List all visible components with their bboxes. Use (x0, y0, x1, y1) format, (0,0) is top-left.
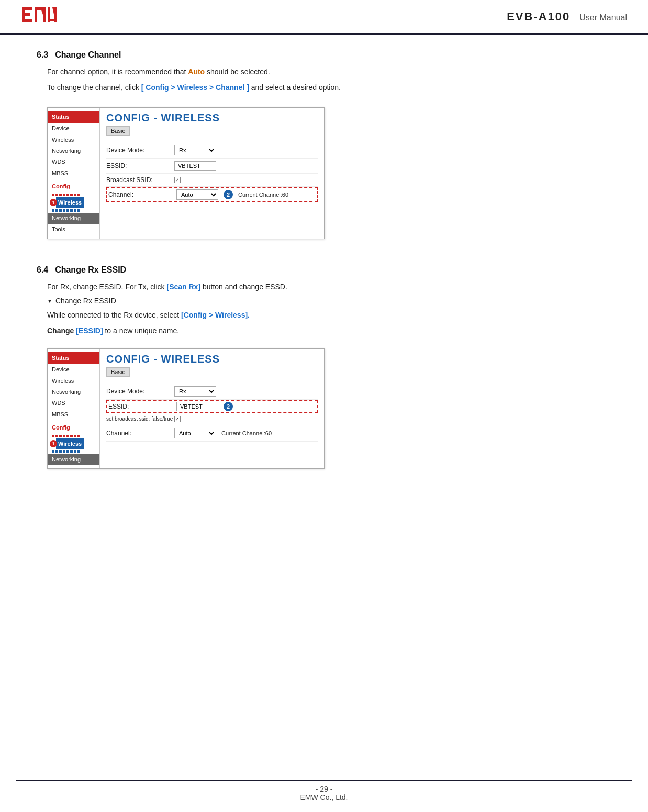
config-wireless-title-63: CONFIG - WIRELESS (106, 112, 318, 124)
sidebar-config: Config (48, 181, 99, 192)
page-number: - 29 - (316, 785, 333, 793)
select-device-mode-63[interactable]: Rx (174, 145, 216, 155)
label-broadcast-63: Broadcast SSID: (106, 176, 174, 184)
sidebar-dots-64-2 (48, 449, 99, 454)
basic-tab-63: Basic (106, 126, 130, 136)
checkbox-broadcast-63[interactable]: ✓ (174, 177, 181, 183)
logo (21, 5, 58, 28)
step-1-badge-64: 1 (50, 440, 57, 447)
sidebar-wireless-1: Wireless (48, 134, 99, 145)
section-64-para3: Change [ESSID] to a new unique name. (47, 325, 611, 336)
form-row-broadcast-63: Broadcast SSID: ✓ (106, 174, 318, 187)
sidebar-status: Status (48, 111, 99, 123)
page-content: 6.3 Change Channel For channel option, i… (0, 35, 648, 537)
header-title-group: EVB-A100 User Manual (507, 10, 627, 24)
mock-form-64: Device Mode: Rx ESSID: 2 (100, 379, 324, 446)
sidebar-wds-64: WDS (48, 398, 99, 409)
sidebar-device-64: Device (48, 364, 99, 375)
mock-sidebar-64: Status Device Wireless Networking WDS MB… (48, 349, 100, 469)
sidebar-wireless-step-64: 1 Wireless (48, 438, 99, 449)
svg-rect-11 (54, 7, 57, 22)
section-64-body: For Rx, change ESSID. For Tx, click [Sca… (37, 281, 611, 475)
screenshot-64: Status Device Wireless Networking WDS MB… (47, 348, 325, 469)
mock-sidebar-63: Status Device Wireless Networking WDS MB… (48, 108, 100, 239)
svg-rect-7 (43, 7, 46, 22)
value-essid-63 (174, 161, 318, 171)
sidebar-mbss-64: MBSS (48, 409, 99, 420)
basic-tab-64: Basic (106, 367, 130, 377)
channel-info-64: Current Channel:60 (221, 430, 272, 436)
select-device-mode-64[interactable]: Rx (174, 386, 216, 397)
select-channel-64[interactable]: Auto (174, 428, 216, 438)
page-footer: - 29 - EMW Co., Ltd. (16, 780, 632, 802)
mock-main-header-63: CONFIG - WIRELESS Basic (100, 108, 324, 138)
product-name: EVB-A100 (507, 10, 570, 24)
form-row-channel-63: Channel: Auto 2 Current Channel:60 (106, 187, 318, 202)
label-broadcast-64: set broadcast ssid: false/true (106, 416, 174, 422)
channel-info-63: Current Channel:60 (238, 191, 288, 198)
step-2-badge-63: 2 (224, 190, 233, 199)
value-broadcast-64: ✓ (174, 416, 318, 422)
step-2-badge-64: 2 (224, 402, 233, 411)
section-64-para1: For Rx, change ESSID. For Tx, click [Sca… (47, 281, 611, 292)
form-row-essid-64: ESSID: 2 (106, 400, 318, 413)
company-name: EMW Co., Ltd. (300, 793, 348, 802)
sidebar-device: Device (48, 123, 99, 134)
form-row-broadcast-64: set broadcast ssid: false/true ✓ (106, 413, 318, 425)
form-row-device-mode-63: Device Mode: Rx (106, 142, 318, 159)
label-essid-64: ESSID: (108, 403, 176, 410)
sidebar-networking-active-64: Networking (48, 454, 99, 465)
mock-main-63: CONFIG - WIRELESS Basic Device Mode: Rx (100, 108, 324, 239)
sidebar-tools: Tools (48, 224, 99, 235)
sidebar-networking-64-1: Networking (48, 387, 99, 398)
manual-label: User Manual (579, 13, 627, 22)
value-broadcast-63: ✓ (174, 177, 318, 183)
mock-layout-64: Status Device Wireless Networking WDS MB… (48, 349, 324, 469)
step-1-badge: 1 (50, 199, 57, 206)
page-header: EVB-A100 User Manual (0, 0, 648, 35)
config-wireless-title-64: CONFIG - WIRELESS (106, 353, 318, 365)
logo-text (21, 5, 58, 28)
section-64-para2: While connected to the Rx device, select… (47, 309, 611, 321)
sidebar-status-64: Status (48, 352, 99, 364)
input-essid-63[interactable] (174, 161, 216, 171)
label-device-mode-64: Device Mode: (106, 388, 174, 395)
label-device-mode-63: Device Mode: (106, 146, 174, 154)
svg-rect-1 (22, 7, 32, 10)
section-63-para2: To change the channel, click [ Config > … (47, 82, 611, 93)
section-64: 6.4 Change Rx ESSID For Rx, change ESSID… (37, 265, 611, 475)
svg-rect-3 (22, 19, 32, 22)
svg-rect-2 (22, 13, 30, 16)
checkbox-broadcast-64[interactable]: ✓ (174, 416, 181, 422)
form-row-essid-63: ESSID: (106, 159, 318, 174)
sidebar-wireless-active-64: Wireless (56, 438, 84, 449)
form-row-device-mode-64: Device Mode: Rx (106, 384, 318, 400)
section-63-body: For channel option, it is recommended th… (37, 66, 611, 244)
section-63: 6.3 Change Channel For channel option, i… (37, 50, 611, 244)
mock-form-63: Device Mode: Rx ESSID: (100, 138, 324, 207)
sidebar-dots-64-1 (48, 434, 99, 438)
mock-main-64: CONFIG - WIRELESS Basic Device Mode: Rx (100, 349, 324, 469)
screenshot-63: Status Device Wireless Networking WDS MB… (47, 107, 325, 239)
sidebar-config-64: Config (48, 422, 99, 433)
form-row-channel-64: Channel: Auto Current Channel:60 (106, 425, 318, 442)
mock-main-header-64: CONFIG - WIRELESS Basic (100, 349, 324, 379)
section-64-title: 6.4 Change Rx ESSID (37, 265, 611, 275)
sidebar-networking-1: Networking (48, 145, 99, 156)
sidebar-dots-2 (48, 208, 99, 213)
sidebar-wireless-step: 1 Wireless (48, 197, 99, 208)
label-channel-63: Channel: (108, 191, 176, 198)
select-channel-63[interactable]: Auto (176, 189, 218, 200)
section-64-bullet: Change Rx ESSID (47, 297, 611, 305)
value-channel-63: Auto 2 Current Channel:60 (176, 189, 316, 200)
sidebar-wireless-active: Wireless (56, 197, 84, 208)
mock-layout-63: Status Device Wireless Networking WDS MB… (48, 108, 324, 239)
sidebar-mbss: MBSS (48, 168, 99, 179)
sidebar-networking-active: Networking (48, 213, 99, 224)
input-essid-64[interactable] (176, 402, 218, 411)
value-channel-64: Auto Current Channel:60 (174, 428, 318, 438)
value-device-mode-63: Rx (174, 145, 318, 155)
sidebar-dots-1 (48, 193, 99, 197)
sidebar-wireless-64-1: Wireless (48, 376, 99, 387)
sidebar-wds: WDS (48, 156, 99, 167)
